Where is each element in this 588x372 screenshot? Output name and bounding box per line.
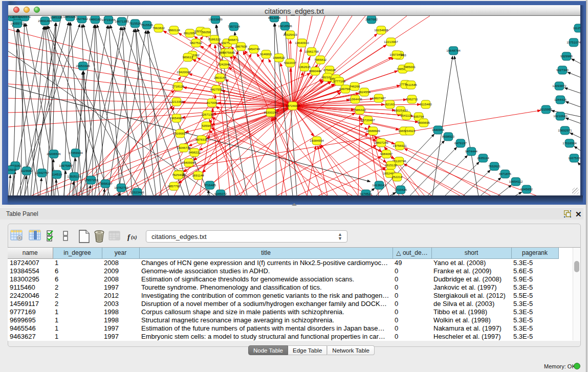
svg-text:16046736: 16046736 [177,146,191,149]
svg-text:19166827: 19166827 [173,132,187,135]
svg-text:1112543: 1112543 [573,26,580,30]
svg-text:154923: 154923 [405,129,416,133]
svg-text:6466160: 6466160 [89,17,102,21]
svg-text:53594: 53594 [202,124,211,127]
svg-text:15409948: 15409948 [182,161,196,164]
svg-text:10961758: 10961758 [304,50,319,53]
svg-text:2803144: 2803144 [214,76,227,79]
svg-text:9827512: 9827512 [190,41,203,45]
svg-text:2687682: 2687682 [365,17,378,21]
svg-text:14055712: 14055712 [10,21,25,25]
svg-text:23420046: 23420046 [177,70,191,74]
svg-text:8678331: 8678331 [195,138,208,141]
svg-text:18807249: 18807249 [374,141,388,144]
svg-text:12213967: 12213967 [384,40,398,43]
svg-text:12093872: 12093872 [552,84,567,87]
svg-text:1167533: 1167533 [568,156,580,160]
svg-text:8427552: 8427552 [210,87,223,91]
svg-text:9146821: 9146821 [260,52,273,56]
svg-text:1588520: 1588520 [273,56,286,59]
svg-text:12342757: 12342757 [35,171,49,174]
svg-text:17359934: 17359934 [69,151,83,155]
svg-text:23300293: 23300293 [264,111,278,114]
svg-text:7632621: 7632621 [488,164,501,168]
svg-text:13640910: 13640910 [295,41,309,45]
svg-text:16033809: 16033809 [208,17,223,21]
svg-text:9329966: 9329966 [560,54,573,58]
svg-text:1085328: 1085328 [50,16,63,19]
svg-text:746266: 746266 [350,84,360,88]
svg-text:9245652: 9245652 [520,187,533,191]
svg-text:7663822: 7663822 [153,26,165,30]
svg-text:5875685: 5875685 [223,51,235,54]
svg-text:9227343: 9227343 [556,68,569,72]
svg-text:12325419: 12325419 [283,33,297,36]
svg-text:417006: 417006 [207,101,217,104]
svg-text:7511545: 7511545 [405,83,417,86]
svg-text:1541123: 1541123 [400,114,412,117]
svg-text:9084067: 9084067 [380,152,393,156]
svg-text:114519: 114519 [52,172,62,176]
svg-text:1691144: 1691144 [192,173,204,177]
svg-text:10654112: 10654112 [509,180,523,183]
svg-text:2718126: 2718126 [172,84,185,88]
svg-text:10973493: 10973493 [389,53,404,56]
svg-text:9777169: 9777169 [333,79,346,83]
svg-text:14136141: 14136141 [372,183,386,187]
svg-text:8813054: 8813054 [268,16,281,19]
svg-text:7485001: 7485001 [403,65,416,69]
svg-text:8471876: 8471876 [499,172,512,176]
svg-text:16154838: 16154838 [374,28,388,32]
svg-text:15720407: 15720407 [361,118,375,122]
svg-text:17016504: 17016504 [562,141,577,145]
svg-text:9474444: 9474444 [465,149,478,153]
svg-text:6794028: 6794028 [323,68,336,72]
svg-text:3624554: 3624554 [358,90,371,94]
svg-text:6479197: 6479197 [454,141,467,145]
svg-text:1405571: 1405571 [18,16,31,18]
svg-text:7515526: 7515526 [141,23,154,27]
svg-text:12505135: 12505135 [67,174,81,178]
svg-text:19654983: 19654983 [169,116,184,120]
svg-text:5362711: 5362711 [406,97,418,101]
svg-text:16210643: 16210643 [553,114,568,118]
svg-text:18724007: 18724007 [286,104,300,107]
svg-text:10958107: 10958107 [98,182,113,185]
svg-text:16782759: 16782759 [114,186,128,189]
svg-text:3716485: 3716485 [204,183,216,187]
svg-text:546871: 546871 [228,38,239,41]
svg-text:17957253: 17957253 [84,178,98,182]
svg-text:16648784: 16648784 [446,49,461,52]
svg-text:1527602: 1527602 [76,17,89,20]
svg-text:5322037: 5322037 [284,61,297,64]
svg-text:21364436: 21364436 [348,97,362,101]
svg-text:7515526: 7515526 [129,21,142,25]
svg-text:9242848: 9242848 [218,62,231,66]
svg-text:10807487: 10807487 [372,96,386,100]
svg-text:1733426: 1733426 [395,188,407,191]
svg-text:989612: 989612 [183,55,193,59]
svg-text:(x): (x) [131,234,137,240]
svg-text:20206536: 20206536 [47,152,61,156]
svg-text:8215955: 8215955 [540,107,553,111]
svg-text:9699695: 9699695 [418,121,430,124]
svg-text:1640954: 1640954 [432,128,445,132]
svg-text:7357224: 7357224 [228,25,241,28]
svg-text:2867608: 2867608 [235,45,248,48]
svg-text:16671355: 16671355 [115,19,129,23]
svg-text:8186323: 8186323 [208,37,221,41]
svg-text:8454749: 8454749 [248,47,260,51]
svg-text:f: f [127,233,131,241]
svg-text:7955812: 7955812 [314,58,327,61]
svg-text:10719155: 10719155 [101,18,116,21]
svg-text:7986322: 7986322 [354,108,366,112]
svg-text:62160: 62160 [385,102,395,106]
svg-text:9660124: 9660124 [168,28,181,32]
svg-text:1362615: 1362615 [298,65,311,69]
svg-text:15751074: 15751074 [567,40,580,44]
svg-text:9857791: 9857791 [168,184,181,188]
svg-text:1615132: 1615132 [385,163,398,167]
svg-text:7625402: 7625402 [172,173,185,177]
svg-text:252214: 252214 [392,175,403,179]
svg-text:10975887: 10975887 [59,164,73,167]
